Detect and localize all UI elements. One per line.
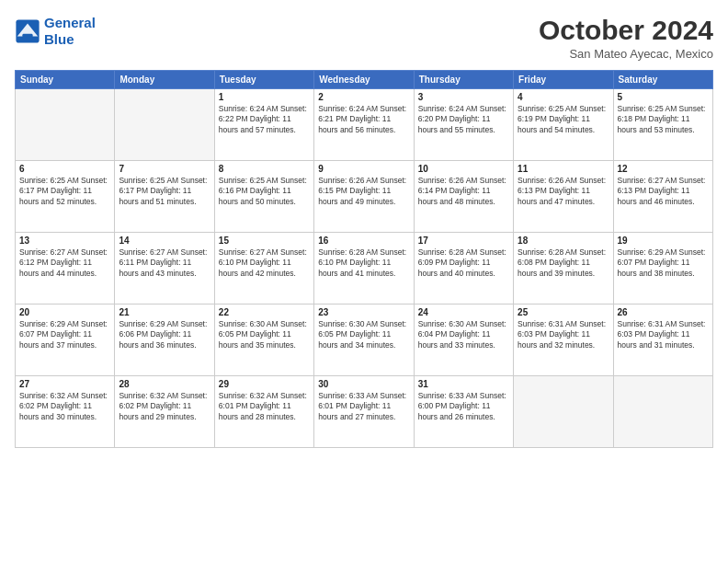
day-cell: 6Sunrise: 6:25 AM Sunset: 6:17 PM Daylig…: [16, 161, 115, 233]
day-number: 6: [19, 164, 110, 174]
day-number: 10: [418, 164, 509, 174]
day-info: Sunrise: 6:30 AM Sunset: 6:05 PM Dayligh…: [318, 319, 409, 350]
day-cell: 31Sunrise: 6:33 AM Sunset: 6:00 PM Dayli…: [414, 376, 513, 448]
day-cell: 4Sunrise: 6:25 AM Sunset: 6:19 PM Daylig…: [514, 89, 613, 161]
day-number: 26: [618, 307, 709, 317]
location: San Mateo Ayecac, Mexico: [539, 47, 713, 61]
col-header-thursday: Thursday: [414, 71, 513, 89]
day-info: Sunrise: 6:27 AM Sunset: 6:11 PM Dayligh…: [119, 247, 210, 279]
day-info: Sunrise: 6:33 AM Sunset: 6:01 PM Dayligh…: [318, 391, 409, 422]
logo-general: General: [44, 15, 96, 30]
logo-text: General Blue: [44, 15, 96, 48]
logo-icon: [15, 18, 40, 44]
day-info: Sunrise: 6:24 AM Sunset: 6:21 PM Dayligh…: [318, 104, 409, 135]
day-cell: 23Sunrise: 6:30 AM Sunset: 6:05 PM Dayli…: [314, 304, 414, 376]
header: General Blue October 2024 San Mateo Ayec…: [15, 15, 713, 61]
day-number: 24: [418, 307, 509, 317]
day-cell: 29Sunrise: 6:32 AM Sunset: 6:01 PM Dayli…: [214, 376, 313, 448]
day-info: Sunrise: 6:24 AM Sunset: 6:22 PM Dayligh…: [219, 104, 310, 135]
day-info: Sunrise: 6:25 AM Sunset: 6:18 PM Dayligh…: [618, 104, 709, 135]
day-info: Sunrise: 6:32 AM Sunset: 6:02 PM Dayligh…: [19, 391, 110, 422]
day-cell: 17Sunrise: 6:28 AM Sunset: 6:09 PM Dayli…: [414, 233, 513, 304]
day-cell: 27Sunrise: 6:32 AM Sunset: 6:02 PM Dayli…: [16, 376, 115, 448]
day-cell: 14Sunrise: 6:27 AM Sunset: 6:11 PM Dayli…: [115, 233, 214, 304]
day-info: Sunrise: 6:26 AM Sunset: 6:13 PM Dayligh…: [518, 176, 609, 207]
page: General Blue October 2024 San Mateo Ayec…: [0, 0, 728, 563]
day-info: Sunrise: 6:30 AM Sunset: 6:05 PM Dayligh…: [219, 319, 310, 350]
week-row-3: 13Sunrise: 6:27 AM Sunset: 6:12 PM Dayli…: [16, 233, 713, 304]
col-header-monday: Monday: [115, 71, 214, 89]
day-info: Sunrise: 6:26 AM Sunset: 6:14 PM Dayligh…: [418, 176, 509, 207]
day-number: 16: [318, 236, 409, 246]
week-row-1: 1Sunrise: 6:24 AM Sunset: 6:22 PM Daylig…: [16, 89, 713, 161]
day-cell: 28Sunrise: 6:32 AM Sunset: 6:02 PM Dayli…: [115, 376, 214, 448]
day-cell: 7Sunrise: 6:25 AM Sunset: 6:17 PM Daylig…: [115, 161, 214, 233]
day-info: Sunrise: 6:26 AM Sunset: 6:15 PM Dayligh…: [318, 176, 409, 207]
day-number: 21: [119, 307, 210, 317]
svg-rect-2: [22, 34, 32, 40]
day-info: Sunrise: 6:33 AM Sunset: 6:00 PM Dayligh…: [418, 391, 509, 422]
week-row-4: 20Sunrise: 6:29 AM Sunset: 6:07 PM Dayli…: [16, 304, 713, 376]
day-cell: [115, 89, 214, 161]
day-number: 23: [318, 307, 409, 317]
day-info: Sunrise: 6:30 AM Sunset: 6:04 PM Dayligh…: [418, 319, 509, 350]
day-cell: [16, 89, 115, 161]
day-cell: 30Sunrise: 6:33 AM Sunset: 6:01 PM Dayli…: [314, 376, 414, 448]
day-cell: 10Sunrise: 6:26 AM Sunset: 6:14 PM Dayli…: [414, 161, 513, 233]
day-info: Sunrise: 6:25 AM Sunset: 6:17 PM Dayligh…: [19, 176, 110, 207]
day-cell: 20Sunrise: 6:29 AM Sunset: 6:07 PM Dayli…: [16, 304, 115, 376]
day-cell: 26Sunrise: 6:31 AM Sunset: 6:03 PM Dayli…: [613, 304, 712, 376]
day-info: Sunrise: 6:27 AM Sunset: 6:10 PM Dayligh…: [219, 247, 310, 279]
day-cell: 15Sunrise: 6:27 AM Sunset: 6:10 PM Dayli…: [214, 233, 313, 304]
day-number: 3: [418, 92, 509, 102]
title-block: October 2024 San Mateo Ayecac, Mexico: [539, 15, 713, 61]
col-header-tuesday: Tuesday: [214, 71, 313, 89]
day-cell: 21Sunrise: 6:29 AM Sunset: 6:06 PM Dayli…: [115, 304, 214, 376]
day-info: Sunrise: 6:28 AM Sunset: 6:09 PM Dayligh…: [418, 247, 509, 279]
day-info: Sunrise: 6:31 AM Sunset: 6:03 PM Dayligh…: [518, 319, 609, 350]
day-info: Sunrise: 6:27 AM Sunset: 6:13 PM Dayligh…: [618, 176, 709, 207]
day-number: 20: [19, 307, 110, 317]
day-cell: 16Sunrise: 6:28 AM Sunset: 6:10 PM Dayli…: [314, 233, 414, 304]
day-info: Sunrise: 6:29 AM Sunset: 6:06 PM Dayligh…: [119, 319, 210, 350]
day-cell: 19Sunrise: 6:29 AM Sunset: 6:07 PM Dayli…: [613, 233, 712, 304]
month-title: October 2024: [539, 15, 713, 45]
day-number: 5: [618, 92, 709, 102]
day-number: 25: [518, 307, 609, 317]
day-number: 28: [119, 379, 210, 389]
day-info: Sunrise: 6:25 AM Sunset: 6:19 PM Dayligh…: [518, 104, 609, 135]
day-number: 17: [418, 236, 509, 246]
day-info: Sunrise: 6:25 AM Sunset: 6:17 PM Dayligh…: [119, 176, 210, 207]
col-header-friday: Friday: [514, 71, 613, 89]
day-number: 15: [219, 236, 310, 246]
day-number: 29: [219, 379, 310, 389]
day-info: Sunrise: 6:29 AM Sunset: 6:07 PM Dayligh…: [19, 319, 110, 350]
day-number: 18: [518, 236, 609, 246]
day-info: Sunrise: 6:32 AM Sunset: 6:02 PM Dayligh…: [119, 391, 210, 422]
calendar-header-row: SundayMondayTuesdayWednesdayThursdayFrid…: [16, 71, 713, 89]
day-number: 31: [418, 379, 509, 389]
day-number: 9: [318, 164, 409, 174]
day-info: Sunrise: 6:28 AM Sunset: 6:10 PM Dayligh…: [318, 247, 409, 279]
day-info: Sunrise: 6:31 AM Sunset: 6:03 PM Dayligh…: [618, 319, 709, 350]
day-cell: [613, 376, 712, 448]
col-header-saturday: Saturday: [613, 71, 712, 89]
day-number: 14: [119, 236, 210, 246]
day-cell: 1Sunrise: 6:24 AM Sunset: 6:22 PM Daylig…: [214, 89, 313, 161]
day-cell: 13Sunrise: 6:27 AM Sunset: 6:12 PM Dayli…: [16, 233, 115, 304]
col-header-sunday: Sunday: [16, 71, 115, 89]
day-cell: 11Sunrise: 6:26 AM Sunset: 6:13 PM Dayli…: [514, 161, 613, 233]
day-cell: 5Sunrise: 6:25 AM Sunset: 6:18 PM Daylig…: [613, 89, 712, 161]
day-number: 13: [19, 236, 110, 246]
day-number: 27: [19, 379, 110, 389]
day-cell: 3Sunrise: 6:24 AM Sunset: 6:20 PM Daylig…: [414, 89, 513, 161]
day-number: 8: [219, 164, 310, 174]
logo-blue: Blue: [44, 31, 74, 47]
col-header-wednesday: Wednesday: [314, 71, 414, 89]
day-cell: 22Sunrise: 6:30 AM Sunset: 6:05 PM Dayli…: [214, 304, 313, 376]
day-number: 2: [318, 92, 409, 102]
day-cell: 24Sunrise: 6:30 AM Sunset: 6:04 PM Dayli…: [414, 304, 513, 376]
day-number: 22: [219, 307, 310, 317]
day-info: Sunrise: 6:28 AM Sunset: 6:08 PM Dayligh…: [518, 247, 609, 279]
day-info: Sunrise: 6:29 AM Sunset: 6:07 PM Dayligh…: [618, 247, 709, 279]
